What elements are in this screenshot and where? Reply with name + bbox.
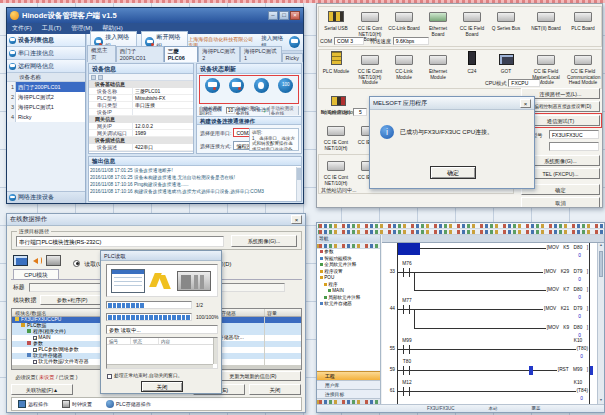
comm-quality-indicator[interactable]: 100通讯质量 [274,76,299,103]
tab-device-5[interactable]: Ricky [282,53,303,62]
instruction[interactable]: [MOV K21 D79 ] [543,305,589,313]
tab-device-4[interactable]: 海得PLC测试1 [240,46,282,62]
prop-row[interactable]: 设备IP [89,109,193,116]
instruction[interactable]: [MOV K7 D80 ] [546,286,589,294]
clock-setting-item[interactable]: 时钟设置 [62,400,92,408]
read-close-button[interactable]: 关闭 [141,381,183,392]
log-lines[interactable]: 2016/11/08 17:01:25 设备连接通道断开! 2016/11/08… [90,167,295,200]
nav-tree[interactable]: 参数 智能功能模块 全局软元件注释 程序设置 POU 程序 MAIN 局部软元件… [317,249,380,370]
list-hscrollbar[interactable] [107,364,213,368]
popup-close-button[interactable]: × [520,99,531,108]
diff-route-ccie-cont[interactable]: CC IE Cont NET/10(H) [320,157,352,186]
net-online-indicator[interactable]: 网络在线 [200,76,225,103]
prop-group[interactable]: 网关信息 [89,116,193,123]
tree-item[interactable]: 软元件存储器 [317,301,380,308]
auto-close-checkbox[interactable] [107,374,112,379]
com-field[interactable]: COM 3 [334,37,364,45]
selected-cell[interactable] [398,243,420,255]
timer-coil[interactable]: (T80) [576,345,590,353]
sort-az-icon[interactable] [91,75,96,80]
plc-if-got[interactable]: GOT [490,51,522,75]
prop-row[interactable]: 设备描述422串口 [89,144,193,151]
sidebar-item-serial-info[interactable]: 串口连接信息 [7,47,85,60]
manual-check-button[interactable]: 手动检测设备在线 [269,106,299,115]
tab-device-3[interactable]: 海得PLC测试2 [198,46,240,62]
menu-file[interactable]: 文件(F) [7,24,37,33]
tab-device-1[interactable]: 西门子200PLC01 [116,46,164,62]
device-row[interactable]: 4 Ricky [7,112,85,122]
maximize-button[interactable]: □ [279,11,289,20]
contact-bar[interactable] [409,268,410,277]
read-result-list[interactable]: 编号 状态 内容 [106,337,218,369]
row-checkbox[interactable] [33,360,37,364]
contact-bar[interactable] [403,387,404,396]
scroll-up-icon[interactable]: ▲ [598,243,604,249]
speed-field[interactable]: 9.6Kbps [393,37,429,45]
instruction[interactable]: [MOV K5 D80 ] [546,244,589,252]
menu-tools[interactable]: 工具(T) [37,24,67,33]
close-window-button[interactable]: 关闭 [249,384,301,395]
device-online-indicator[interactable]: 设备在线 [225,76,250,103]
contact-bar[interactable] [409,345,410,354]
prop-row[interactable]: 网关IP12.0.0.2 [89,123,193,130]
contact-bar[interactable] [403,305,404,314]
instruction[interactable]: [MOV K9 D80 ] [546,324,589,332]
session-user-icon[interactable] [289,36,300,48]
nav-button-project[interactable]: 工程 [317,371,380,380]
time-check-field[interactable]: 5 [353,108,367,116]
pc-if-ccie-field-board[interactable]: CC IE Field Board [456,8,488,37]
cpu-mode-field[interactable]: FXCPU [508,79,540,87]
online-titlebar[interactable]: 在线数据操作 × [7,214,305,226]
plc-if-plc-module[interactable]: PLC Module [320,51,352,75]
contact-bar[interactable] [403,366,404,375]
plc-if-ccie-cont-module[interactable]: CC IE Cont NET/10(H) Module [354,51,386,86]
device-monitor-icon[interactable] [46,255,61,266]
instruction[interactable]: [RST M99 ] [557,366,589,374]
popup-titlebar[interactable]: MELSOFT 应用程序 × [370,97,534,110]
related-functions-button[interactable]: 关联功能(F)▲ [11,384,73,395]
plc-if-ccie-field-head[interactable]: CC IE Field Communication Head Module [567,51,599,86]
pc-if-q-bus[interactable]: Q Series Bus [490,8,522,32]
sidebar-item-remote-net[interactable]: 远程网络信息 [7,60,85,73]
ladder-canvas[interactable]: [MOV K5 D80 ] 0 33 M76 [MOV K29 D79 ] 0 … [382,243,597,404]
monitor-icon[interactable] [13,255,28,266]
popup-ok-button[interactable]: 确定 [430,166,476,179]
plc-if-ethernet-module[interactable]: Ethernet Module [422,51,454,80]
contact-bar[interactable] [409,305,410,314]
plc-memory-item[interactable]: PLC存储器操作 [106,400,151,408]
device-row[interactable]: 1 西门子200PLC01 [7,82,85,92]
prop-group[interactable]: 设备基础信息 [89,81,193,88]
device-row[interactable]: 3 海得PLC测试1 [7,102,85,112]
timer-coil[interactable]: (T84) [576,387,590,395]
tab-device-2-active[interactable]: 三菱PLC06 [164,46,198,62]
auto-close-row[interactable]: 处理正常结束时,自动关闭窗口。 [107,372,183,378]
cancel-button[interactable]: 取消 [521,197,600,208]
nav-button-connect[interactable]: 连接目标 [317,389,380,398]
contact-bar[interactable] [403,345,404,354]
editor-vscrollbar[interactable]: ▲ ▼ [597,243,604,404]
row-checkbox[interactable]: ✓ [33,348,37,352]
pc-if-cclink-board[interactable]: CC-Link Board [388,8,420,32]
plc-if-cclink-module[interactable]: CC-Link Module [388,51,420,80]
minimize-button[interactable]: – [268,11,278,20]
log-scrollbar[interactable] [296,167,301,201]
online-close-button[interactable]: × [291,215,302,224]
contact-bar[interactable] [409,366,410,375]
cycle-input[interactable]: 10 [226,107,234,114]
tab-overview[interactable]: 概览主页 [87,45,116,62]
prop-row[interactable]: 网关调试端口1989 [89,130,193,137]
param-program-button[interactable]: 参数+程序(P) [40,295,104,305]
prop-row[interactable]: PLC型号Mitsubishi-FX [89,95,193,102]
prop-row[interactable]: 设备名称三菱PLC01 [89,88,193,95]
sidebar-item-device-list[interactable]: 设备列表信息 [7,34,85,47]
sort-cat-icon[interactable] [98,75,103,80]
pc-if-net2-board[interactable]: NET(II) Board [530,8,562,32]
speaker-icon[interactable] [31,255,43,266]
net-route-ccie-cont[interactable]: CC IE Cont NET/10(H) [320,122,352,151]
scroll-thumb[interactable] [599,251,603,277]
pc-if-plc-board[interactable]: PLC Board [567,8,599,32]
list-vscrollbar[interactable] [213,338,217,364]
close-button[interactable]: × [290,11,300,20]
prop-row[interactable]: 串口类型串口连接 [89,102,193,109]
contact-bar[interactable] [403,268,404,277]
